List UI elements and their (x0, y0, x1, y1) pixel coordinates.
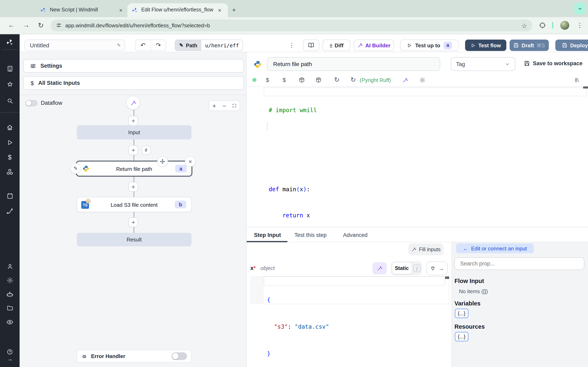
search-prop-input[interactable] (459, 260, 579, 267)
flow-node-step-a[interactable]: Return file path a (76, 161, 192, 176)
flow-name-field[interactable]: ✎ (25, 40, 125, 51)
static-mode-button[interactable]: Static (392, 263, 412, 274)
json-content[interactable]: { "s3": "data.csv" } (267, 277, 329, 367)
flow-name-input[interactable] (29, 42, 112, 49)
test-flow-button[interactable]: Test flow (465, 40, 506, 51)
new-tab-button[interactable]: + (229, 6, 238, 15)
address-bar[interactable]: app.windmill.dev/flows/edit/u/henri/effo… (51, 20, 532, 31)
bookmark-star-icon[interactable]: ☆ (520, 22, 528, 30)
save-to-workspace-button[interactable]: Save to workspace (524, 60, 582, 67)
package-icon[interactable] (315, 77, 322, 83)
add-step-button[interactable] (128, 116, 138, 125)
sidebar-item-favorites[interactable] (0, 81, 20, 88)
add-step-button[interactable] (128, 145, 138, 155)
flow-node-result[interactable]: Result (77, 233, 191, 246)
library-icon[interactable] (574, 77, 580, 83)
extensions-puzzle-icon[interactable] (539, 22, 546, 29)
arrow-right-icon[interactable]: → (439, 265, 444, 271)
sidebar-collapse-icon[interactable]: → (0, 356, 20, 362)
editor-settings-gear-icon[interactable] (419, 77, 425, 83)
back-icon[interactable]: ← (6, 20, 17, 31)
sidebar-item-triggers[interactable] (0, 208, 20, 215)
tag-select[interactable]: Tag (451, 57, 515, 71)
splitter[interactable] (247, 227, 588, 227)
search-prop-field[interactable] (454, 257, 584, 270)
delete-step-button[interactable]: × (185, 156, 196, 167)
browser-tab-edit-flow[interactable]: Edit Flow u/henri/effortless_flow × (127, 3, 228, 17)
bug-icon (81, 353, 87, 359)
sidebar-item-workspace[interactable] (0, 65, 20, 72)
error-handler-row[interactable]: Error Handler (77, 350, 191, 363)
all-static-inputs-button[interactable]: $ All Static Inputs (23, 76, 244, 90)
flow-node-step-b[interactable]: TS Load S3 file content b (77, 197, 191, 212)
toolbar-kebab-icon[interactable]: ⋮ (287, 40, 296, 51)
deploy-button[interactable]: Deploy (555, 40, 588, 51)
ai-assist-wand-icon[interactable] (402, 77, 408, 83)
edit-step-pencil-button[interactable]: ✎ (70, 163, 81, 174)
fit-view-button[interactable] (229, 101, 240, 110)
step-name-input[interactable] (272, 60, 433, 68)
flow-ai-wand-button[interactable] (126, 96, 140, 110)
path-group[interactable]: ✎ Path u/henri/eff (175, 40, 243, 51)
move-step-button[interactable] (157, 156, 168, 167)
tab-search-button[interactable] (574, 3, 586, 14)
resources-picker-icon[interactable]: $ (281, 77, 287, 83)
sidebar-item-runs[interactable] (0, 139, 20, 146)
tab-test-this-step[interactable]: Test this step (294, 232, 327, 238)
dataflow-toggle[interactable] (25, 100, 38, 106)
sidebar-item-home[interactable] (0, 124, 20, 131)
sidebar-item-search[interactable] (0, 98, 20, 104)
format-icon[interactable]: ↻ (350, 76, 357, 83)
tab-advanced[interactable]: Advanced (343, 232, 367, 238)
undo-button[interactable]: ↶ (136, 40, 151, 50)
ai-builder-button[interactable]: AI Builder (354, 40, 394, 51)
sidebar-item-settings[interactable] (0, 277, 20, 284)
error-handler-toggle[interactable] (172, 352, 187, 360)
sidebar-item-users[interactable] (0, 263, 20, 270)
sidebar-item-schedules[interactable] (0, 192, 20, 200)
flow-node-input[interactable]: Input (77, 125, 191, 140)
zoom-out-button[interactable]: − (219, 101, 229, 110)
browser-menu-kebab-icon[interactable]: ⋮ (575, 20, 585, 31)
docs-button[interactable] (303, 40, 319, 51)
forward-icon[interactable]: → (20, 20, 32, 31)
sidebar-item-variables[interactable]: $ (0, 154, 20, 161)
fill-inputs-button[interactable]: Fill inputs (408, 243, 443, 255)
scrollbar-thumb[interactable] (445, 276, 449, 279)
sidebar-item-resources[interactable] (0, 168, 20, 176)
scrollbar-thumb[interactable] (583, 86, 588, 89)
test-up-to-button[interactable]: Test up to a (400, 40, 458, 51)
zoom-in-button[interactable]: + (209, 101, 219, 110)
add-step-button[interactable] (128, 182, 138, 192)
resources-object-button[interactable]: {...} (455, 332, 468, 341)
javascript-expr-icon[interactable]: f (413, 265, 421, 272)
plug-icon[interactable] (430, 266, 435, 271)
variables-object-button[interactable]: {...} (455, 309, 468, 318)
edit-or-connect-button[interactable]: ← Edit or connect an input (456, 243, 534, 253)
tab-close-icon[interactable]: × (216, 6, 224, 14)
code-content[interactable]: # import wmill def main(x): return x (269, 89, 317, 238)
windmill-logo[interactable] (0, 38, 20, 47)
arg-ai-wand-button[interactable] (372, 262, 387, 275)
browser-tab-new-script[interactable]: New Script | Windmill × (35, 3, 127, 17)
diff-button[interactable]: ± Diff (323, 40, 350, 51)
reload-icon[interactable]: ↻ (35, 20, 47, 31)
path-button[interactable]: ✎ Path (175, 40, 201, 50)
site-settings-icon[interactable] (56, 22, 62, 29)
package-icon[interactable] (298, 77, 305, 83)
draft-button[interactable]: Draft ⌘S (510, 40, 549, 51)
variables-picker-icon[interactable]: $ (264, 77, 271, 83)
reload-lsp-icon[interactable]: ↻ (333, 76, 341, 83)
add-step-button[interactable] (128, 217, 138, 227)
step-name-field[interactable] (267, 57, 440, 71)
tab-close-icon[interactable]: × (117, 6, 125, 14)
sidebar-item-audit-logs[interactable] (0, 318, 20, 326)
sidebar-item-workers[interactable] (0, 291, 20, 298)
redo-button[interactable]: ↷ (151, 40, 166, 50)
flow-settings-button[interactable]: Settings (23, 59, 244, 73)
sidebar-item-folders[interactable] (0, 305, 20, 312)
avatar[interactable] (560, 21, 569, 30)
tab-step-input[interactable]: Step Input (254, 232, 281, 238)
add-trigger-button[interactable] (142, 146, 151, 155)
help-icon[interactable] (0, 349, 20, 355)
